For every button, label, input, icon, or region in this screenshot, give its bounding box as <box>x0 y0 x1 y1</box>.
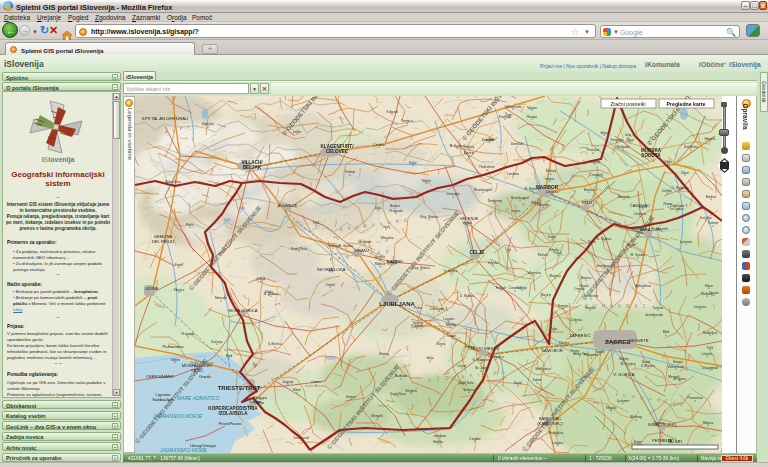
svg-text:Pregledne karte: Pregledne karte <box>667 101 706 107</box>
svg-text:Zračni posnetki: Zračni posnetki <box>610 101 645 107</box>
